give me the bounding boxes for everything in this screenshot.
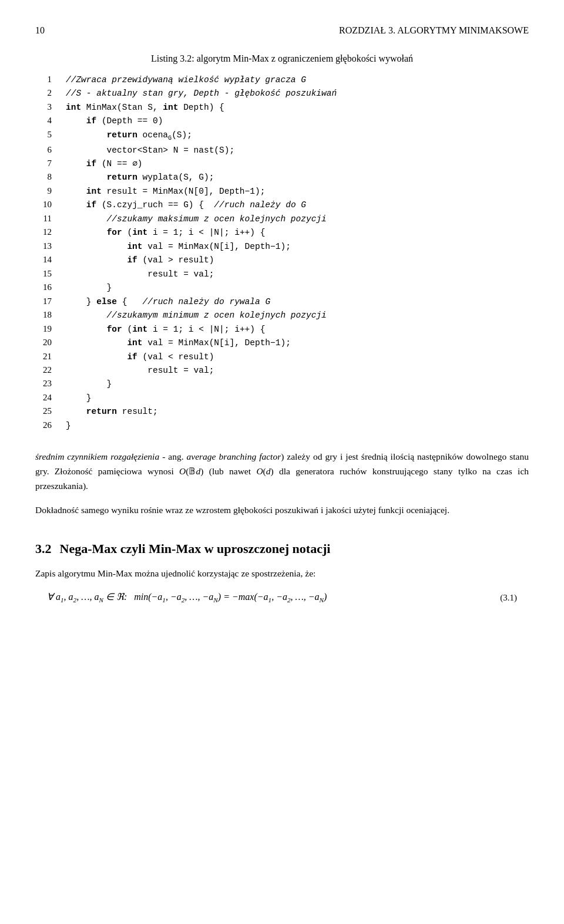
code-line: 5 return ocenaG(S); (35, 128, 529, 143)
line-number: 12 (35, 225, 52, 239)
line-number: 24 (35, 391, 52, 404)
line-number: 10 (35, 198, 52, 211)
code-line: 17 } else { //ruch należy do rywala G (35, 295, 529, 308)
code-line: 10 if (S.czyj_ruch == G) { //ruch należy… (35, 198, 529, 211)
code-block: 1 //Zwraca przewidywaną wielkość wypłaty… (35, 73, 529, 432)
code-line: 24 } (35, 391, 529, 404)
code-text: int val = MinMax(N[i], Depth−1); (66, 240, 291, 253)
code-text: vector<Stan> N = nast(S); (66, 144, 234, 157)
code-text: if (val < result) (66, 350, 214, 363)
equation-container: ∀ a1, a2, …, aN ∈ ℜ: min(−a1, −a2, …, −a… (35, 590, 529, 605)
body-paragraph-1: średnim czynnikiem rozgałęzienia - ang. … (35, 450, 529, 493)
line-number: 7 (35, 157, 52, 170)
code-line: 6 vector<Stan> N = nast(S); (35, 143, 529, 157)
line-number: 25 (35, 404, 52, 418)
code-line: 9 int result = MinMax(N[0], Depth−1); (35, 184, 529, 198)
code-text: return wyplata(S, G); (66, 171, 214, 184)
code-text: if (Depth == 0) (66, 114, 163, 127)
line-number: 22 (35, 363, 52, 377)
code-line: 4 if (Depth == 0) (35, 114, 529, 127)
math-inline: O (179, 466, 186, 476)
code-text: } (66, 377, 112, 390)
math-inline: d (266, 466, 271, 476)
code-line: 14 if (val > result) (35, 253, 529, 267)
code-text: //Zwraca przewidywaną wielkość wypłaty g… (66, 73, 306, 86)
listing-caption: Listing 3.2: algorytm Min-Max z ogranicz… (35, 52, 529, 66)
line-number: 6 (35, 143, 52, 157)
code-line: 2 //S - aktualny stan gry, Depth - głębo… (35, 86, 529, 100)
code-line: 7 if (N == ∅) (35, 157, 529, 170)
line-number: 15 (35, 267, 52, 281)
line-number: 21 (35, 350, 52, 363)
code-line: 18 //szukamym minimum z ocen kolejnych p… (35, 308, 529, 322)
code-line: 23 } (35, 377, 529, 390)
line-number: 3 (35, 100, 52, 114)
italic-text: średnim czynnikiem rozgałęzienia (35, 451, 159, 461)
code-text: for (int i = 1; i < |N|; i++) { (66, 323, 265, 336)
line-number: 20 (35, 336, 52, 349)
italic-text: average branching factor (187, 451, 281, 461)
line-number: 26 (35, 419, 52, 432)
line-number: 8 (35, 170, 52, 184)
line-number: 5 (35, 128, 52, 141)
line-number: 19 (35, 322, 52, 336)
page-number: 10 (35, 23, 45, 38)
code-line: 1 //Zwraca przewidywaną wielkość wypłaty… (35, 73, 529, 86)
code-text: } (66, 419, 71, 432)
line-number: 17 (35, 295, 52, 308)
page-header: 10 ROZDZIAŁ 3. ALGORYTMY MINIMAKSOWE (35, 23, 529, 38)
code-text: } else { //ruch należy do rywala G (66, 295, 270, 308)
code-line: 13 int val = MinMax(N[i], Depth−1); (35, 240, 529, 253)
line-number: 18 (35, 308, 52, 322)
line-number: 9 (35, 184, 52, 198)
code-text: //szukamym minimum z ocen kolejnych pozy… (66, 309, 327, 322)
chapter-title: ROZDZIAŁ 3. ALGORYTMY MINIMAKSOWE (339, 23, 529, 38)
code-text: if (val > result) (66, 254, 214, 267)
equation-number: (3.1) (500, 591, 517, 605)
code-text: if (S.czyj_ruch == G) { //ruch należy do… (66, 198, 306, 211)
code-text: //szukamy maksimum z ocen kolejnych pozy… (66, 213, 327, 225)
code-text: return result; (66, 405, 158, 418)
code-text: for (int i = 1; i < |N|; i++) { (66, 226, 265, 239)
line-number: 13 (35, 240, 52, 253)
section-heading: 3.2 Nega-Max czyli Min-Max w uproszczone… (35, 539, 529, 558)
section-intro: Zapis algorytmu Min-Max można ujednolić … (35, 566, 529, 581)
code-text: int MinMax(Stan S, int Depth) { (66, 101, 224, 114)
code-text: int result = MinMax(N[0], Depth−1); (66, 185, 265, 198)
code-line: 21 if (val < result) (35, 350, 529, 363)
code-line: 25 return result; (35, 404, 529, 418)
line-number: 16 (35, 281, 52, 294)
code-line: 12 for (int i = 1; i < |N|; i++) { (35, 225, 529, 239)
line-number: 14 (35, 253, 52, 267)
code-text: int val = MinMax(N[i], Depth−1); (66, 336, 291, 349)
code-line: 15 result = val; (35, 267, 529, 281)
line-number: 23 (35, 377, 52, 390)
line-number: 2 (35, 86, 52, 100)
code-line: 22 result = val; (35, 363, 529, 377)
math-inline: O (256, 466, 263, 476)
line-number: 11 (35, 212, 52, 225)
line-number: 1 (35, 73, 52, 86)
body-paragraph-2: Dokładność samego wyniku rośnie wraz ze … (35, 503, 529, 518)
code-text: //S - aktualny stan gry, Depth - głęboko… (66, 87, 337, 100)
section-number: 3.2 (35, 541, 52, 556)
code-text: } (66, 281, 112, 294)
code-line: 20 int val = MinMax(N[i], Depth−1); (35, 336, 529, 349)
line-number: 4 (35, 114, 52, 127)
code-line: 3 int MinMax(Stan S, int Depth) { (35, 100, 529, 114)
code-text: return ocenaG(S); (66, 129, 192, 143)
section-title: Nega-Max czyli Min-Max w uproszczonej no… (60, 541, 331, 556)
code-line: 8 return wyplata(S, G); (35, 170, 529, 184)
code-text: result = val; (66, 364, 214, 377)
code-line: 16 } (35, 281, 529, 294)
code-text: result = val; (66, 268, 214, 281)
code-line: 26 } (35, 419, 529, 432)
code-text: } (66, 392, 92, 404)
math-inline: d (196, 466, 200, 476)
equation: ∀ a1, a2, …, aN ∈ ℜ: min(−a1, −a2, …, −a… (47, 590, 327, 605)
code-text: if (N == ∅) (66, 157, 143, 170)
code-line: 11 //szukamy maksimum z ocen kolejnych p… (35, 212, 529, 225)
code-line: 19 for (int i = 1; i < |N|; i++) { (35, 322, 529, 336)
